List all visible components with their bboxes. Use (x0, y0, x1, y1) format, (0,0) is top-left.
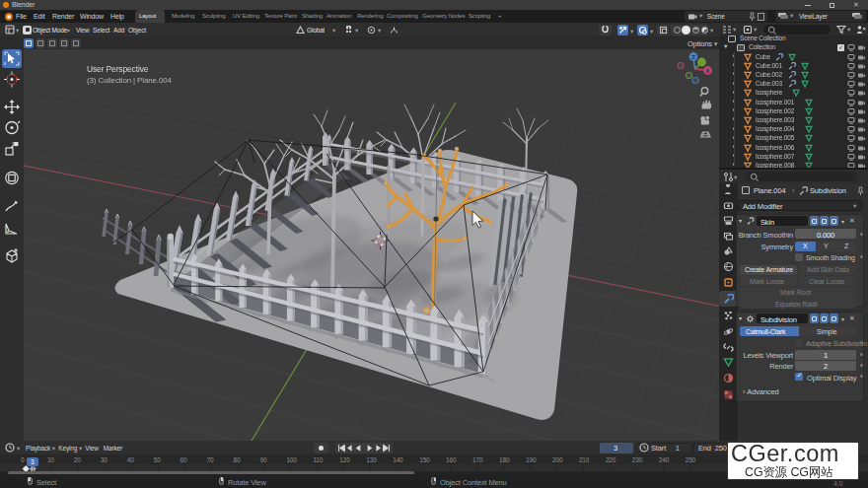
svg-text:Z: Z (691, 54, 695, 60)
svg-text:X: X (705, 68, 709, 74)
